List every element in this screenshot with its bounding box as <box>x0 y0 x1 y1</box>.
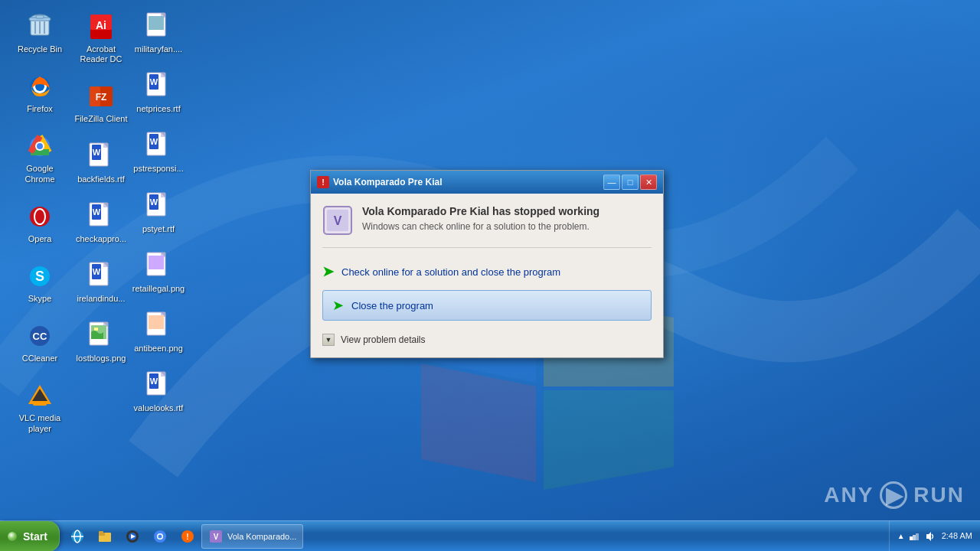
close-program-button[interactable]: ➤ Close the program <box>322 290 652 321</box>
close-program-arrow: ➤ <box>332 297 344 314</box>
systray: ▲ 2:48 AM <box>889 521 980 551</box>
dialog-title-icon: ! <box>317 176 329 188</box>
desktop-icons-col2: Ai Acrobat Reader DC FZ FileZilla Client <box>69 6 133 369</box>
skype-icon[interactable]: S Skype <box>9 257 70 308</box>
retaillegal-icon[interactable]: retaillegal.png <box>128 247 189 298</box>
vlc-label: VLC media player <box>13 413 67 433</box>
svg-text:!: ! <box>322 178 325 187</box>
dialog-close-button[interactable]: ✕ <box>640 174 657 190</box>
svg-text:V: V <box>214 533 219 541</box>
anyrun-text-any: ANY <box>824 483 874 507</box>
backfields-icon[interactable]: W backfields.rtf <box>70 138 132 188</box>
dialog-heading: Vola Komparado Pre Kial has stopped work… <box>362 205 599 217</box>
svg-rect-49 <box>94 328 98 331</box>
valuelooks-label: valuelooks.rtf <box>134 403 184 413</box>
desktop-icons-col3: militaryfan.... W netprices.rtf <box>126 6 191 419</box>
vola-taskbar-icon: V <box>208 529 224 544</box>
svg-text:!: ! <box>186 533 188 541</box>
acrobat-icon[interactable]: Ai Acrobat Reader DC <box>70 8 132 68</box>
svg-rect-7 <box>36 15 44 18</box>
netprices-icon[interactable]: W netprices.rtf <box>128 67 189 118</box>
taskbar-chrome[interactable] <box>146 524 174 549</box>
taskbar-ie[interactable] <box>64 524 91 549</box>
svg-text:W: W <box>150 77 158 86</box>
dialog-content: V Vola Komparado Pre Kial has stopped wo… <box>311 194 663 357</box>
antibeen-icon[interactable]: antibeen.png <box>128 307 189 357</box>
filezilla-icon[interactable]: FZ FileZilla Client <box>70 77 132 128</box>
taskbar-items: ! V Vola Komparado... <box>60 521 889 551</box>
checkappro-icon[interactable]: W checkappro... <box>70 197 132 248</box>
taskbar: Start <box>0 520 980 551</box>
avast-icon: ! <box>180 529 195 544</box>
pstyet-icon[interactable]: W pstyet.rtf <box>128 187 189 238</box>
recycle-bin-icon[interactable]: Recycle Bin <box>9 8 70 58</box>
pstyet-label: pstyet.rtf <box>142 224 175 234</box>
svg-point-14 <box>37 143 43 149</box>
svg-rect-72 <box>149 256 164 269</box>
svg-rect-105 <box>916 533 919 540</box>
check-online-label: Check online for a solution and close th… <box>341 266 560 278</box>
svg-rect-104 <box>913 535 916 540</box>
start-button[interactable]: Start <box>0 521 60 552</box>
dialog-divider <box>322 247 652 248</box>
lostblogs-icon[interactable]: lostblogs.png <box>70 317 132 367</box>
explorer-icon <box>97 529 113 544</box>
dialog-title-text: Vola Komparado Pre Kial <box>333 177 599 187</box>
system-clock: 2:48 AM <box>942 530 972 542</box>
check-online-option[interactable]: ➤ Check online for a solution and close … <box>322 259 652 284</box>
dialog-options: ➤ Check online for a solution and close … <box>322 256 652 324</box>
speaker-icon <box>923 530 936 543</box>
google-chrome-icon[interactable]: Google Chrome <box>9 127 70 187</box>
valuelooks-icon[interactable]: W valuelooks.rtf <box>128 367 189 417</box>
taskbar-explorer[interactable] <box>91 524 119 549</box>
dialog-header-text: Vola Komparado Pre Kial has stopped work… <box>362 205 599 232</box>
opera-label: Opera <box>28 234 52 244</box>
systray-expand[interactable]: ▲ <box>897 532 905 540</box>
dialog-maximize-button[interactable]: □ <box>622 174 639 190</box>
backfields-label: backfields.rtf <box>77 174 125 184</box>
checkappro-label: checkappro... <box>76 234 126 244</box>
vlc-icon[interactable]: VLC media player <box>9 377 70 437</box>
check-online-arrow: ➤ <box>322 263 334 280</box>
dialog-minimize-button[interactable]: — <box>603 174 620 190</box>
svg-text:V: V <box>334 214 342 227</box>
systray-icons: ▲ <box>897 530 936 543</box>
svg-rect-22 <box>33 401 47 406</box>
svg-rect-92 <box>99 531 103 533</box>
svg-point-98 <box>158 534 162 538</box>
opera-icon[interactable]: Opera <box>9 197 70 248</box>
start-orb <box>8 532 17 541</box>
dialog-window-controls: — □ ✕ <box>603 174 657 190</box>
svg-rect-76 <box>149 315 164 329</box>
view-problem-details[interactable]: ▼ View problem details <box>322 334 652 346</box>
taskbar-avast[interactable]: ! <box>174 524 201 549</box>
dialog-app-icon: V <box>322 205 353 236</box>
anyrun-play-icon: ▶ <box>880 481 907 509</box>
militaryfan-icon[interactable]: militaryfan.... <box>128 8 189 58</box>
svg-text:W: W <box>150 377 158 386</box>
anyrun-text-run: RUN <box>913 483 965 507</box>
desktop-icons-col1: Recycle Bin Firefox <box>8 6 72 439</box>
dialog-header: V Vola Komparado Pre Kial has stopped wo… <box>322 205 652 236</box>
dialog-titlebar[interactable]: ! Vola Komparado Pre Kial — □ ✕ <box>311 171 663 194</box>
firefox-icon[interactable]: Firefox <box>9 67 70 118</box>
start-label: Start <box>23 530 47 543</box>
svg-text:W: W <box>150 137 158 146</box>
firefox-label: Firefox <box>27 104 53 114</box>
wmp-icon <box>125 529 140 544</box>
details-arrow: ▼ <box>322 334 335 346</box>
taskbar-vola[interactable]: V Vola Komparado... <box>201 524 304 549</box>
recycle-bin-label: Recycle Bin <box>18 44 62 54</box>
chrome-taskbar-icon <box>152 529 168 544</box>
acrobat-label: Acrobat Reader DC <box>74 44 128 64</box>
ccleaner-icon[interactable]: CC CCleaner <box>9 317 70 367</box>
pstresponsi-label: pstresponsi... <box>133 164 183 174</box>
netprices-label: netprices.rtf <box>136 104 180 114</box>
pstresponsi-icon[interactable]: W pstresponsi... <box>128 127 189 178</box>
lostblogs-label: lostblogs.png <box>77 354 126 364</box>
irelandindu-icon[interactable]: W irelandindu... <box>70 257 132 308</box>
militaryfan-label: militaryfan.... <box>135 44 182 54</box>
svg-marker-106 <box>926 532 931 541</box>
taskbar-wmp[interactable] <box>119 524 146 549</box>
google-chrome-label: Google Chrome <box>13 164 67 184</box>
